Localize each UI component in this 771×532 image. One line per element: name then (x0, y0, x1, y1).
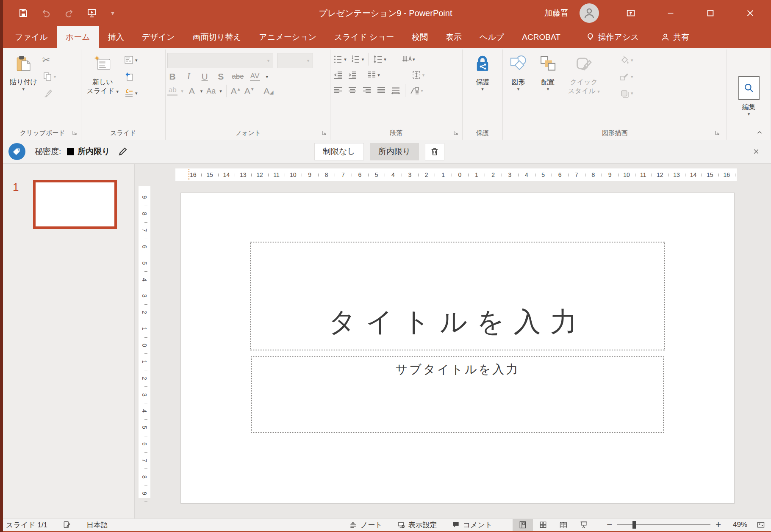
ribbon-display-options-button[interactable] (621, 5, 641, 22)
tab-slideshow[interactable]: スライド ショー (325, 26, 403, 48)
font-name-combo[interactable]: ▾ (167, 53, 273, 68)
reading-view-button[interactable] (553, 519, 574, 531)
horizontal-ruler[interactable]: 1615141312111098765432101234567891011121… (175, 168, 737, 181)
font-dialog-launcher[interactable] (320, 129, 327, 136)
align-right-button[interactable] (361, 85, 373, 96)
save-icon[interactable] (17, 7, 30, 19)
slide-layout-button[interactable]: ▾ (122, 54, 139, 66)
text-direction-button[interactable]: ▾ (401, 53, 416, 65)
zoom-in-button[interactable]: + (716, 521, 721, 529)
close-sensitivity-bar-button[interactable] (751, 146, 762, 157)
undo-icon[interactable] (40, 7, 53, 19)
bold-button[interactable]: B (167, 72, 177, 82)
tab-view[interactable]: 表示 (437, 26, 471, 48)
title-placeholder[interactable]: タイトルを入力 (250, 242, 665, 350)
tab-tell-me[interactable]: 操作アシス (577, 26, 648, 48)
collapse-ribbon-button[interactable] (755, 129, 764, 136)
format-painter-button[interactable] (41, 87, 58, 99)
zoom-out-button[interactable]: − (607, 521, 612, 529)
tab-file[interactable]: ファイル (6, 26, 57, 48)
user-name[interactable]: 加藤晋 (544, 8, 569, 19)
arrange-button[interactable]: 配置 ▾ (534, 50, 561, 91)
start-slideshow-icon[interactable] (86, 7, 98, 19)
shape-fill-button[interactable]: ▾ (618, 54, 635, 66)
new-slide-button[interactable]: 新しい スライド ▾ (83, 50, 122, 95)
text-shadow-button[interactable]: S (216, 72, 226, 82)
close-button[interactable] (740, 5, 760, 22)
slideshow-view-button[interactable] (574, 519, 594, 531)
line-spacing-button[interactable]: ▾ (372, 53, 387, 65)
slide[interactable]: タイトルを入力 サブタイトルを入力 (180, 193, 735, 504)
drawing-dialog-launcher[interactable] (713, 129, 721, 136)
tab-acrobat[interactable]: ACROBAT (513, 26, 569, 48)
numbering-button[interactable]: ▾ (350, 53, 365, 65)
tab-share[interactable]: 共有 (652, 26, 698, 48)
proofing-status-button[interactable] (63, 521, 71, 529)
editing-button[interactable]: 編集 ▾ (735, 74, 763, 116)
tab-review[interactable]: 校閲 (403, 26, 437, 48)
strikethrough-button[interactable]: abe (232, 72, 244, 81)
align-left-button[interactable] (332, 85, 344, 96)
columns-button[interactable]: ▾ (366, 69, 381, 81)
comments-button[interactable]: コメント (452, 520, 493, 530)
character-spacing-dropdown-icon[interactable]: ▾ (266, 74, 269, 79)
avatar[interactable] (580, 3, 599, 23)
zoom-level[interactable]: 49% (728, 521, 747, 529)
change-case-button[interactable]: Aa (206, 87, 216, 96)
justify-button[interactable] (375, 85, 387, 96)
font-size-combo[interactable]: ▾ (277, 53, 313, 68)
internal-only-button[interactable]: 所内限り (370, 143, 419, 160)
qat-dropdown-icon[interactable] (108, 7, 117, 19)
decrease-font-size-button[interactable]: A▼ (244, 86, 255, 96)
highlight-color-button[interactable]: ab (167, 86, 177, 96)
section-button[interactable]: ▾ (122, 87, 139, 99)
minimize-button[interactable] (661, 5, 680, 22)
tab-home[interactable]: ホーム (57, 26, 99, 48)
increase-indent-button[interactable] (347, 69, 358, 81)
display-settings-button[interactable]: 表示設定 (397, 520, 437, 530)
tab-design[interactable]: デザイン (133, 26, 184, 48)
character-spacing-button[interactable]: AV (250, 72, 260, 81)
underline-button[interactable]: U (200, 72, 210, 82)
italic-button[interactable]: I (183, 71, 194, 82)
subtitle-placeholder[interactable]: サブタイトルを入力 (251, 356, 664, 433)
tab-insert[interactable]: 挿入 (99, 26, 133, 48)
copy-button[interactable]: ▾ (41, 70, 58, 83)
increase-font-size-button[interactable]: A▲ (231, 86, 241, 96)
reset-slide-button[interactable] (122, 70, 139, 83)
maximize-button[interactable] (701, 5, 720, 22)
clipboard-dialog-launcher[interactable] (71, 129, 78, 136)
normal-view-button[interactable] (513, 519, 533, 531)
paste-button[interactable]: 貼り付け ▾ (6, 50, 41, 91)
language-indicator[interactable]: 日本語 (86, 520, 108, 530)
align-center-button[interactable] (347, 85, 358, 96)
font-color-button[interactable]: A (187, 86, 197, 96)
bullets-button[interactable]: ▾ (332, 53, 347, 65)
shape-effects-button[interactable]: ▾ (618, 87, 635, 99)
tab-help[interactable]: ヘルプ (471, 26, 513, 48)
vertical-ruler[interactable]: 9876543210123456789 (139, 186, 150, 498)
notes-button[interactable]: ノート (349, 520, 383, 530)
align-text-vertical-button[interactable]: ▾ (410, 69, 426, 81)
fit-slide-to-window-button[interactable] (757, 521, 765, 529)
redo-icon[interactable] (63, 7, 75, 19)
zoom-slider[interactable] (617, 521, 710, 529)
clear-formatting-button[interactable]: A◢ (263, 86, 274, 96)
quick-styles-button[interactable]: クイック スタイル ▾ (564, 50, 603, 95)
distribute-text-button[interactable] (390, 85, 402, 96)
decrease-indent-button[interactable] (332, 69, 344, 81)
paste-dropdown-icon[interactable]: ▾ (22, 86, 25, 91)
protect-button[interactable]: 保護 ▾ (469, 50, 496, 91)
edit-sensitivity-icon[interactable] (118, 146, 128, 157)
shapes-button[interactable]: 図形 ▾ (505, 50, 532, 91)
tab-animations[interactable]: アニメーション (250, 26, 325, 48)
cut-button[interactable]: ✂ (41, 54, 58, 66)
slide-thumbnail[interactable] (33, 180, 117, 229)
no-restriction-button[interactable]: 制限なし (314, 143, 364, 160)
remove-sensitivity-button[interactable] (425, 143, 444, 160)
shape-outline-button[interactable]: ▾ (618, 70, 635, 83)
tab-transitions[interactable]: 画面切り替え (183, 26, 250, 48)
paragraph-dialog-launcher[interactable] (452, 129, 460, 136)
zoom-slider-thumb[interactable] (632, 521, 636, 529)
convert-to-smartart-button[interactable]: ▾ (409, 85, 424, 96)
